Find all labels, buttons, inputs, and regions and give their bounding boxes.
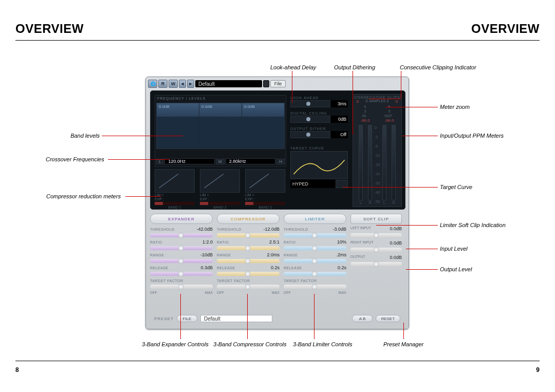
comp-thresh-value[interactable]: -12.0dB	[259, 227, 280, 232]
exp-target-label: TARGET FACTOR	[150, 279, 213, 283]
preset-dropdown[interactable]	[263, 80, 269, 87]
callout-lim-controls: 3-Band Limiter Controls	[293, 341, 353, 347]
ab-compare-button[interactable]: A B	[352, 315, 373, 322]
dither-slider[interactable]	[290, 131, 330, 138]
lim-release-slider[interactable]	[284, 272, 346, 276]
out-value: -96.0	[384, 118, 394, 123]
soft-clip-header[interactable]: SOFT CLIP	[350, 214, 402, 224]
leader	[406, 269, 438, 270]
in-meter-l: L	[356, 125, 365, 204]
exp-ratio-value[interactable]: 1:2.0	[192, 239, 213, 245]
lim-range-slider[interactable]	[284, 259, 346, 263]
exp-thresh-slider[interactable]	[150, 233, 213, 237]
comp-release-slider[interactable]	[217, 272, 280, 276]
top-rule	[15, 40, 540, 41]
look-ahead-value[interactable]: 3ms	[330, 100, 348, 107]
lim-release-value[interactable]: 0.2s	[326, 265, 346, 270]
band2-label: BAND 2	[200, 206, 240, 209]
power-button[interactable]: ⏻	[148, 80, 157, 88]
target-curve-preset[interactable]: HYPED	[290, 180, 336, 188]
comp-range-value[interactable]: 2.0ms	[259, 252, 280, 257]
comp-target-max: MAX	[272, 291, 280, 294]
exp-ratio-slider[interactable]	[150, 246, 213, 250]
output-value[interactable]: 0.0dB	[383, 255, 402, 261]
reset-button[interactable]: RESET	[376, 315, 400, 322]
band2-curve[interactable]	[200, 169, 240, 193]
comp-ratio-value[interactable]: 2.5:1	[259, 239, 280, 245]
freq-levels-title: FREQUENCY / LEVELS	[157, 97, 206, 100]
output-slider[interactable]	[350, 262, 402, 266]
xover-freq-1[interactable]: 120.0Hz	[164, 158, 215, 164]
zoom2-l[interactable]: 3	[364, 109, 366, 113]
exp-release-slider[interactable]	[150, 272, 213, 276]
comp-target-slider[interactable]	[217, 285, 280, 289]
leader	[102, 136, 183, 136]
lim-thresh-slider[interactable]	[284, 233, 346, 237]
comp-ratio-slider[interactable]	[217, 246, 280, 250]
zoom2-r[interactable]: 3	[388, 109, 391, 113]
band1-reduction-meter	[155, 202, 195, 205]
page-title-right: OVERVIEW	[471, 22, 540, 36]
toolbar-preset-name[interactable]: Default	[195, 80, 262, 87]
ceiling-value[interactable]: 0dB	[330, 116, 348, 123]
lim-target-max: MAX	[339, 291, 346, 294]
exp-range-slider[interactable]	[150, 259, 213, 263]
exp-target-slider[interactable]	[150, 285, 213, 289]
lim-release-label: RELEASE	[284, 266, 326, 270]
leader	[385, 107, 438, 107]
dither-value[interactable]: Off	[330, 131, 348, 138]
compressor-header[interactable]: COMPRESSOR	[217, 214, 280, 224]
band3-curve[interactable]	[245, 169, 285, 193]
lim-target-slider[interactable]	[284, 285, 346, 289]
lim-thresh-value[interactable]: -3.0dB	[326, 227, 346, 232]
exp-range-value[interactable]: -10dB	[192, 252, 213, 257]
freq-graph[interactable]: 0.0dB 0.0dB 0.0dB	[156, 103, 285, 149]
left-input-slider[interactable]	[350, 233, 402, 237]
ceiling-label: DIGITAL CEILING	[290, 111, 348, 115]
write-button[interactable]: W	[169, 80, 178, 88]
ceiling-row: DIGITAL CEILING 0dB	[290, 111, 348, 123]
read-button[interactable]: R	[158, 80, 168, 88]
right-input-slider[interactable]	[350, 248, 402, 252]
toolbar-file-button[interactable]: File	[270, 80, 286, 87]
meter-panel: CONSECUTIVE CLIPS 0 0 SAMPLES 0 0 6 6 3 …	[353, 94, 402, 207]
output-label: OUTPUT	[350, 255, 383, 261]
lim-ratio-slider[interactable]	[284, 246, 346, 250]
right-input-value[interactable]: 0.0dB	[383, 240, 402, 247]
comp-range-slider[interactable]	[217, 259, 280, 263]
band-high[interactable]: 0.0dB	[242, 103, 284, 148]
lower-controls: EXPANDER THRESHOLD-42.0dB RATIO1:2.0 RAN…	[150, 214, 404, 325]
exp-release-value[interactable]: 0.3dB	[192, 265, 213, 270]
comp-thresh-slider[interactable]	[217, 233, 280, 237]
exp-target-max: MAX	[205, 291, 213, 294]
band-low[interactable]: 0.0dB	[157, 103, 199, 148]
xover-freq-2[interactable]: 2.80kHz	[226, 158, 276, 164]
look-ahead-slider[interactable]	[290, 100, 330, 107]
lim-target-off: OFF	[284, 291, 291, 294]
zoom-l[interactable]: 6	[364, 105, 366, 108]
lim-range-value[interactable]: .2ms	[326, 252, 346, 257]
lim-ratio-label: RATIO	[284, 240, 326, 244]
preset-name-field[interactable]: Default	[200, 315, 272, 322]
target-curve-graph[interactable]	[290, 151, 348, 179]
limiter-header[interactable]: LIMITER	[284, 214, 346, 224]
right-input-label: RIGHT INPUT	[350, 240, 383, 247]
leader	[406, 249, 438, 249]
exp-thresh-value[interactable]: -42.0dB	[192, 227, 213, 232]
lim-ratio-value[interactable]: 10%	[326, 239, 346, 245]
band-low-value: 0.0dB	[159, 104, 170, 109]
callout-target-curve: Target Curve	[440, 184, 472, 190]
band-mid-value: 0.0dB	[201, 104, 212, 109]
band1-curve[interactable]	[155, 169, 195, 193]
ceiling-slider[interactable]	[290, 116, 330, 123]
comp-target-off: OFF	[217, 291, 224, 294]
band1-graph: LIM = EXP : BAND 1	[155, 169, 195, 209]
band-mid[interactable]: 0.0dB	[199, 103, 242, 148]
prev-preset-button[interactable]: ◄	[179, 80, 186, 88]
left-input-value[interactable]: 0.0dB	[383, 226, 402, 232]
comp-release-value[interactable]: 0.2s	[259, 265, 280, 270]
next-preset-button[interactable]: ►	[187, 80, 194, 88]
expander-header[interactable]: EXPANDER	[150, 214, 213, 224]
callout-input-level: Input Level	[440, 246, 468, 252]
comp-range-label: RANGE	[217, 253, 259, 257]
